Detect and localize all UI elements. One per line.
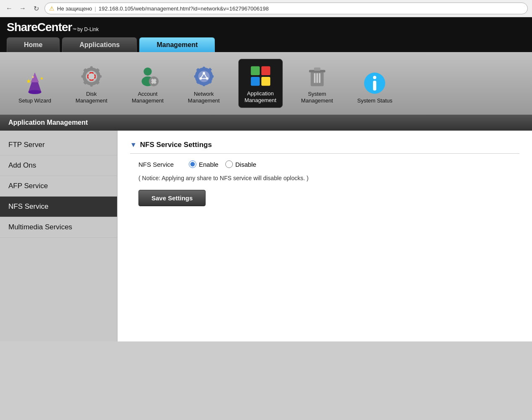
enable-label: Enable <box>199 161 219 168</box>
not-secure-text: Не защищено <box>57 5 92 12</box>
svg-rect-51 <box>316 73 318 83</box>
sidebar-item-multimedia-services[interactable]: Multimedia Services <box>0 217 117 238</box>
icon-item-network-management[interactable]: NetworkManagement <box>182 60 226 108</box>
icon-item-account-management[interactable]: AccountManagement <box>126 60 170 108</box>
sidebar-item-add-ons[interactable]: Add Ons <box>0 155 117 176</box>
svg-rect-50 <box>314 73 316 83</box>
sidebar-item-nfs-service[interactable]: NFS Service <box>0 197 117 217</box>
icon-item-disk-management[interactable]: DiskManagement <box>70 60 113 108</box>
enable-radio[interactable] <box>189 160 196 168</box>
separator: | <box>95 5 96 12</box>
section-title-bar: ▼ NFS Service Settings <box>130 141 519 154</box>
notice-text: ( Notice: Applying any share to NFS serv… <box>130 175 519 181</box>
svg-rect-24 <box>153 83 154 86</box>
icon-item-setup-wizard[interactable]: ★ ★ ★ Setup Wizard <box>13 66 57 108</box>
svg-rect-29 <box>203 67 205 71</box>
disk-management-label: DiskManagement <box>76 91 107 104</box>
nav-tab-applications[interactable]: Applications <box>62 37 137 52</box>
account-management-label: AccountManagement <box>132 91 164 104</box>
network-management-label: NetworkManagement <box>188 91 220 104</box>
reload-button[interactable]: ↻ <box>31 3 41 13</box>
brand-tm: ™ <box>73 27 77 32</box>
svg-rect-8 <box>90 66 93 71</box>
svg-text:★: ★ <box>31 75 34 79</box>
system-management-label: SystemManagement <box>301 91 333 104</box>
account-management-icon <box>135 64 160 89</box>
nav-tab-management[interactable]: Management <box>139 37 215 52</box>
svg-rect-25 <box>149 81 152 82</box>
svg-rect-46 <box>261 77 270 86</box>
svg-rect-55 <box>373 81 377 90</box>
svg-rect-31 <box>194 75 198 78</box>
nav-tab-home[interactable]: Home <box>7 37 60 52</box>
svg-rect-10 <box>81 75 86 78</box>
svg-rect-44 <box>261 66 270 75</box>
warning-icon: ⚠ <box>49 5 55 12</box>
disable-radio[interactable] <box>225 160 233 168</box>
sidebar-item-ftp-server[interactable]: FTP Server <box>0 135 117 155</box>
main-panel: ▼ NFS Service Settings NFS Service Enabl… <box>117 131 532 341</box>
svg-rect-11 <box>97 75 102 78</box>
svg-rect-43 <box>250 66 259 75</box>
nav-tabs: Home Applications Management <box>7 37 525 52</box>
system-management-icon <box>305 64 330 89</box>
disable-label: Disable <box>235 161 256 168</box>
disk-management-icon <box>79 64 104 89</box>
application-management-icon <box>248 63 273 89</box>
nfs-service-label: NFS Service <box>138 161 180 168</box>
enable-radio-option[interactable]: Enable <box>189 160 219 168</box>
svg-text:★: ★ <box>40 76 44 81</box>
browser-chrome: ← → ↻ ⚠ Не защищено | 192.168.0.105/web/… <box>0 0 532 17</box>
svg-text:★: ★ <box>26 78 31 84</box>
svg-point-18 <box>88 73 94 79</box>
brand-sub: by D-Link <box>78 26 99 32</box>
app-wrapper: ShareCenter ™ by D-Link Home Application… <box>0 17 532 341</box>
icon-bar: ★ ★ ★ Setup Wizard <box>0 52 532 115</box>
sidebar: FTP Server Add Ons AFP Service NFS Servi… <box>0 131 117 341</box>
app-header: ShareCenter ™ by D-Link Home Application… <box>0 17 532 52</box>
svg-rect-23 <box>153 76 154 79</box>
icon-item-application-management[interactable]: ApplicationManagement <box>238 59 283 108</box>
url-text: 192.168.0.105/web/management.html?id=net… <box>99 5 269 12</box>
save-settings-button[interactable]: Save Settings <box>138 190 206 206</box>
nfs-service-row: NFS Service Enable Disable <box>130 160 519 168</box>
address-bar[interactable]: ⚠ Не защищено | 192.168.0.105/web/manage… <box>44 3 528 14</box>
content-area: Application Management FTP Server Add On… <box>0 115 532 341</box>
svg-rect-45 <box>250 77 259 86</box>
brand: ShareCenter ™ by D-Link <box>7 21 525 34</box>
sidebar-item-afp-service[interactable]: AFP Service <box>0 176 117 197</box>
svg-point-22 <box>151 79 157 84</box>
icon-item-system-status[interactable]: System Status <box>352 66 399 108</box>
back-button[interactable]: ← <box>4 3 14 13</box>
nfs-service-radio-group: Enable Disable <box>189 160 256 168</box>
svg-point-2 <box>29 90 42 94</box>
section-title-arrow: ▼ <box>130 141 137 149</box>
svg-rect-32 <box>210 75 214 78</box>
network-management-icon <box>191 64 216 89</box>
section-title-text: NFS Service Settings <box>140 141 212 149</box>
svg-point-19 <box>143 68 151 76</box>
application-management-label: ApplicationManagement <box>245 90 276 103</box>
brand-name: ShareCenter <box>7 21 72 34</box>
content-body: FTP Server Add Ons AFP Service NFS Servi… <box>0 131 532 341</box>
forward-button[interactable]: → <box>18 3 28 13</box>
svg-rect-49 <box>314 68 320 71</box>
svg-rect-52 <box>318 73 320 83</box>
svg-rect-9 <box>90 83 93 87</box>
setup-wizard-label: Setup Wizard <box>18 97 51 104</box>
system-status-icon <box>362 71 387 96</box>
icon-item-system-management[interactable]: SystemManagement <box>295 60 339 108</box>
svg-point-54 <box>373 76 377 79</box>
content-header: Application Management <box>0 115 532 131</box>
svg-rect-30 <box>203 83 205 87</box>
setup-wizard-icon: ★ ★ ★ <box>22 71 47 96</box>
svg-rect-26 <box>156 81 159 82</box>
disable-radio-option[interactable]: Disable <box>225 160 256 168</box>
system-status-label: System Status <box>357 97 393 104</box>
